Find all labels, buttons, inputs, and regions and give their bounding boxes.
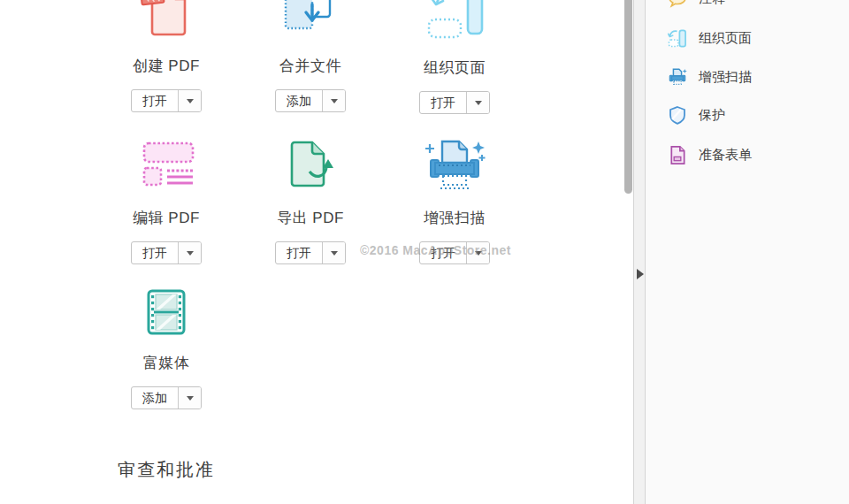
export-pdf-button: 打开 xyxy=(275,241,346,264)
sidebar-item-label: 保护 xyxy=(699,104,725,126)
rich-media-icon xyxy=(96,288,237,336)
dropdown-toggle[interactable] xyxy=(466,92,489,113)
protect-shield-icon xyxy=(668,104,687,126)
tool-label: 合并文件 xyxy=(240,56,381,76)
prepare-form-icon xyxy=(668,144,687,165)
tool-card-edit-pdf: 编辑 PDF 打开 xyxy=(96,138,237,264)
combine-files-icon xyxy=(240,0,381,39)
add-button[interactable]: 添加 xyxy=(132,387,178,409)
caret-down-icon xyxy=(475,101,482,105)
tool-label: 增强扫描 xyxy=(384,208,525,228)
dropdown-toggle[interactable] xyxy=(178,387,201,409)
dropdown-toggle[interactable] xyxy=(178,242,201,263)
tool-card-combine-files: 合并文件 添加 xyxy=(240,0,381,112)
sidebar-item-organize-pages[interactable]: 组织页面 xyxy=(668,27,752,49)
organize-pages-button: 打开 xyxy=(419,91,490,114)
caret-down-icon xyxy=(187,99,194,103)
open-button[interactable]: 打开 xyxy=(420,92,466,113)
sidebar-item-enhance-scans[interactable]: 增强扫描 xyxy=(668,66,752,88)
edit-pdf-button: 打开 xyxy=(131,241,202,264)
open-button[interactable]: 打开 xyxy=(132,242,178,263)
tool-label: 编辑 PDF xyxy=(96,208,237,228)
rich-media-button: 添加 xyxy=(131,386,202,409)
tool-label: 富媒体 xyxy=(96,353,237,373)
shortcuts-sidebar: 注释 组织页面 xyxy=(646,0,849,504)
combine-files-button: 添加 xyxy=(275,89,346,112)
tool-card-organize-pages: 组织页面 打开 xyxy=(384,0,525,114)
caret-down-icon xyxy=(187,396,194,401)
sidebar-collapse-handle[interactable] xyxy=(633,0,646,504)
sidebar-item-label: 增强扫描 xyxy=(699,66,752,88)
dropdown-toggle[interactable] xyxy=(322,242,345,263)
open-button[interactable]: 打开 xyxy=(276,242,322,263)
tool-card-create-pdf: 创建 PDF 打开 xyxy=(96,0,237,112)
edit-pdf-icon xyxy=(96,138,237,191)
enhance-scans-icon xyxy=(668,66,687,88)
sidebar-item-protect[interactable]: 保护 xyxy=(668,104,725,126)
caret-down-icon xyxy=(331,99,338,103)
dropdown-toggle[interactable] xyxy=(178,90,201,111)
collapse-arrow-icon xyxy=(637,269,644,279)
organize-pages-icon xyxy=(384,0,525,41)
dropdown-toggle[interactable] xyxy=(322,90,345,111)
vertical-scrollbar-thumb[interactable] xyxy=(624,0,632,194)
sidebar-item-prepare-form[interactable]: 准备表单 xyxy=(668,144,752,165)
tool-card-rich-media: 富媒体 添加 xyxy=(96,288,237,409)
sidebar-item-label: 组织页面 xyxy=(699,27,752,49)
enhance-scans-icon xyxy=(384,138,525,191)
caret-down-icon xyxy=(187,251,194,256)
sidebar-item-label: 准备表单 xyxy=(699,144,752,165)
create-pdf-icon xyxy=(96,0,237,39)
caret-down-icon xyxy=(331,251,338,256)
section-heading-review-approve: 审查和批准 xyxy=(118,458,215,482)
tool-label: 创建 PDF xyxy=(96,56,237,76)
tool-label: 导出 PDF xyxy=(240,208,381,228)
tools-screen: 创建 PDF 打开 合并文件 添加 xyxy=(0,0,849,504)
export-pdf-icon xyxy=(240,138,381,191)
sidebar-item-comment[interactable]: 注释 xyxy=(668,0,725,9)
create-pdf-button: 打开 xyxy=(131,89,202,112)
organize-pages-icon xyxy=(668,27,687,49)
add-button[interactable]: 添加 xyxy=(276,90,322,111)
comment-icon xyxy=(668,0,687,9)
open-button[interactable]: 打开 xyxy=(132,90,178,111)
sidebar-item-label: 注释 xyxy=(699,0,725,9)
tool-label: 组织页面 xyxy=(384,57,525,78)
watermark-text: ©2016 MacAppStore.net xyxy=(360,243,511,257)
